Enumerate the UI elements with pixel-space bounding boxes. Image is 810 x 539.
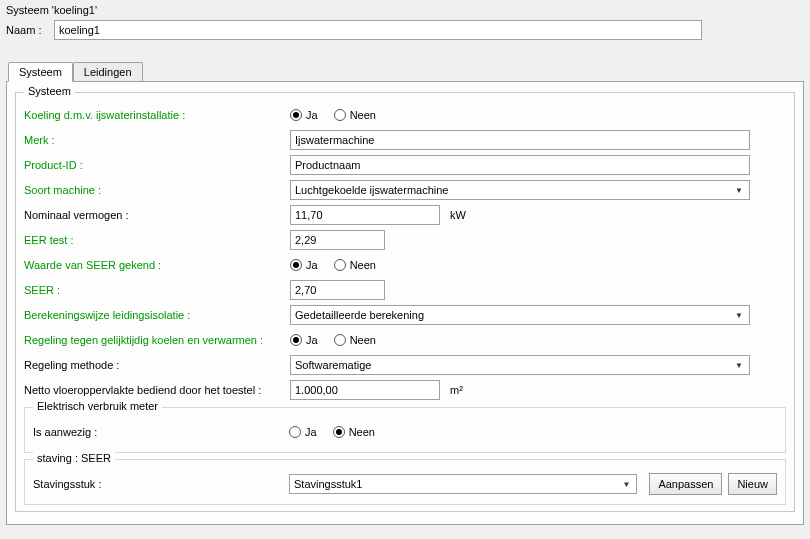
input-nominaal-vermogen[interactable] — [290, 205, 440, 225]
name-label: Naam : — [6, 24, 50, 36]
unit-m2: m² — [450, 384, 463, 396]
label-stavingsstuk: Stavingsstuk : — [33, 478, 283, 490]
chevron-down-icon: ▼ — [731, 357, 747, 373]
radio-regeling-ja[interactable]: Ja — [290, 334, 318, 346]
radio-koeling-ijswater: Ja Neen — [290, 109, 376, 121]
label-seer-gekend: Waarde van SEER gekend : — [24, 259, 284, 271]
label-koeling-ijswater: Koeling d.m.v. ijswaterinstallatie : — [24, 109, 284, 121]
select-value: Softwarematige — [295, 359, 371, 371]
label-soort-machine: Soort machine : — [24, 184, 284, 196]
label-seer: SEER : — [24, 284, 284, 296]
tab-strip: Systeem Leidingen — [6, 62, 804, 81]
select-soort-machine[interactable]: Luchtgekoelde ijswatermachine ▼ — [290, 180, 750, 200]
radio-seer-gekend: Ja Neen — [290, 259, 376, 271]
radio-icon — [334, 259, 346, 271]
label-is-aanwezig: Is aanwezig : — [33, 426, 283, 438]
select-value: Luchtgekoelde ijswatermachine — [295, 184, 448, 196]
select-stavingsstuk[interactable]: Stavingsstuk1 ▼ — [289, 474, 637, 494]
chevron-down-icon: ▼ — [731, 307, 747, 323]
select-regeling-methode[interactable]: Softwarematige ▼ — [290, 355, 750, 375]
radio-koeling-neen[interactable]: Neen — [334, 109, 376, 121]
select-berekeningswijze[interactable]: Gedetailleerde berekening ▼ — [290, 305, 750, 325]
label-product-id: Product-ID : — [24, 159, 284, 171]
radio-is-aanwezig: Ja Neen — [289, 426, 375, 438]
group-elektrisch-verbruik: Elektrisch verbruik meter Is aanwezig : … — [24, 407, 786, 453]
label-regeling-methode: Regeling methode : — [24, 359, 284, 371]
radio-aanwezig-neen[interactable]: Neen — [333, 426, 375, 438]
label-eer-test: EER test : — [24, 234, 284, 246]
input-merk[interactable] — [290, 130, 750, 150]
select-value: Stavingsstuk1 — [294, 478, 362, 490]
name-row: Naam : — [6, 18, 804, 48]
radio-icon — [290, 259, 302, 271]
radio-aanwezig-ja[interactable]: Ja — [289, 426, 317, 438]
chevron-down-icon: ▼ — [618, 476, 634, 492]
radio-icon — [334, 334, 346, 346]
name-input[interactable] — [54, 20, 702, 40]
radio-regeling-koelen: Ja Neen — [290, 334, 376, 346]
label-berekeningswijze: Berekeningswijze leidingsisolatie : — [24, 309, 284, 321]
tab-systeem[interactable]: Systeem — [8, 62, 73, 82]
window-title: Systeem 'koeling1' — [6, 4, 804, 18]
radio-icon — [333, 426, 345, 438]
select-value: Gedetailleerde berekening — [295, 309, 424, 321]
unit-kw: kW — [450, 209, 466, 221]
label-regeling-koelen: Regeling tegen gelijktijdig koelen en ve… — [24, 334, 284, 346]
label-nominaal-vermogen: Nominaal vermogen : — [24, 209, 284, 221]
input-seer[interactable] — [290, 280, 385, 300]
tab-leidingen[interactable]: Leidingen — [73, 62, 143, 81]
group-systeem-title: Systeem — [24, 85, 75, 97]
input-product-id[interactable] — [290, 155, 750, 175]
group-systeem: Systeem Koeling d.m.v. ijswaterinstallat… — [15, 92, 795, 512]
system-dialog: Systeem 'koeling1' Naam : Systeem Leidin… — [0, 0, 810, 539]
input-eer-test[interactable] — [290, 230, 385, 250]
radio-seer-ja[interactable]: Ja — [290, 259, 318, 271]
radio-icon — [289, 426, 301, 438]
group-staving-title: staving : SEER — [33, 452, 115, 464]
nieuw-button[interactable]: Nieuw — [728, 473, 777, 495]
tab-panel: Systeem Koeling d.m.v. ijswaterinstallat… — [6, 81, 804, 525]
label-merk: Merk : — [24, 134, 284, 146]
radio-icon — [334, 109, 346, 121]
radio-icon — [290, 109, 302, 121]
group-elektrisch-title: Elektrisch verbruik meter — [33, 400, 162, 412]
aanpassen-button[interactable]: Aanpassen — [649, 473, 722, 495]
radio-regeling-neen[interactable]: Neen — [334, 334, 376, 346]
radio-seer-neen[interactable]: Neen — [334, 259, 376, 271]
radio-icon — [290, 334, 302, 346]
radio-koeling-ja[interactable]: Ja — [290, 109, 318, 121]
label-netto-vloer: Netto vloeroppervlakte bediend door het … — [24, 384, 284, 396]
chevron-down-icon: ▼ — [731, 182, 747, 198]
group-staving: staving : SEER Stavingsstuk : Stavingsst… — [24, 459, 786, 505]
input-netto-vloer[interactable] — [290, 380, 440, 400]
